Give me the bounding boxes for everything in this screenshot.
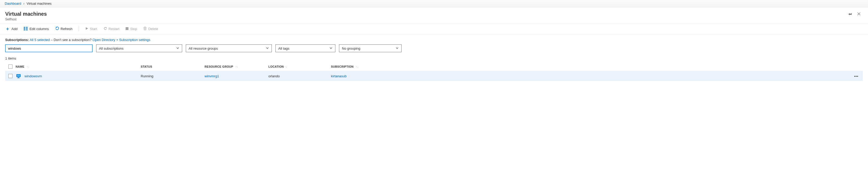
vm-name-link[interactable]: windowsvm [25,74,42,78]
sort-icon: ↑↓ [235,65,239,68]
search-input[interactable] [8,47,90,50]
resource-groups-dropdown[interactable]: All resource groups [186,44,272,52]
svg-rect-11 [18,77,19,78]
chevron-down-icon [176,47,179,50]
add-button[interactable]: ＋ Add [5,26,18,32]
page-subtitle: Selfhost [5,18,47,21]
page-title: Virtual machines [5,11,47,17]
svg-rect-8 [126,27,128,30]
open-directory-link[interactable]: Open Directory + Subscription settings [93,38,150,42]
stop-icon [126,27,128,31]
svg-rect-10 [17,75,20,77]
row-checkbox[interactable] [8,74,12,78]
sort-icon: ↑↓ [27,65,30,68]
toolbar: ＋ Add Edit columns Refresh Start Restart… [0,23,868,34]
start-button[interactable]: Start [85,27,97,31]
blade-header: Virtual machines Selfhost [0,7,868,23]
filter-bar: All subscriptions All resource groups Al… [0,44,868,55]
vm-rg-link[interactable]: winvmrg1 [205,74,219,78]
breadcrumb: Dashboard › Virtual machines [0,0,868,7]
tags-dropdown[interactable]: All tags [275,44,335,52]
breadcrumb-current: Virtual machines [27,2,52,5]
svg-rect-6 [26,28,28,29]
chevron-right-icon: › [24,2,25,5]
delete-button[interactable]: Delete [143,27,158,31]
refresh-icon [55,26,59,31]
chevron-down-icon [396,47,399,50]
search-input-wrapper[interactable] [5,44,93,52]
pin-icon[interactable] [848,12,852,17]
chevron-down-icon [266,47,269,50]
chevron-down-icon [330,47,333,50]
vm-status: Running [141,74,205,78]
item-count: 1 items [0,55,868,62]
vm-grid: NAME↑↓ STATUS RESOURCE GROUP↑↓ LOCATION↑… [0,62,868,81]
svg-rect-4 [24,29,25,30]
edit-columns-button[interactable]: Edit columns [24,27,49,31]
stop-button[interactable]: Stop [126,27,137,31]
breadcrumb-root-link[interactable]: Dashboard [5,2,21,5]
sort-icon: ↑↓ [284,65,287,68]
col-header-sub[interactable]: SUBSCRIPTION↑↓ [331,65,850,68]
col-header-rg[interactable]: RESOURCE GROUP↑↓ [205,65,269,68]
trash-icon [143,27,147,31]
subscriptions-selected-link[interactable]: All 5 selected [30,38,50,42]
svg-rect-7 [26,29,28,30]
svg-rect-3 [24,28,25,29]
svg-rect-5 [26,27,28,28]
row-menu-button[interactable]: ••• [850,74,863,78]
sort-icon: ↑↓ [356,65,359,68]
grid-header: NAME↑↓ STATUS RESOURCE GROUP↑↓ LOCATION↑… [5,62,863,71]
select-all-checkbox[interactable] [8,65,12,69]
restart-button[interactable]: Restart [103,27,120,31]
close-icon[interactable] [857,12,861,17]
table-row[interactable]: windowsvm Running winvmrg1 orlando kirta… [5,71,863,81]
svg-rect-2 [24,27,25,28]
play-icon [85,27,88,31]
subscriptions-dropdown[interactable]: All subscriptions [96,44,182,52]
vm-location: orlando [269,74,331,78]
subscriptions-hint: Subscriptions: All 5 selected – Don't se… [0,34,868,44]
col-header-loc[interactable]: LOCATION↑↓ [269,65,331,68]
col-header-status[interactable]: STATUS [141,65,205,68]
grouping-dropdown[interactable]: No grouping [339,44,402,52]
restart-icon [103,27,107,31]
subscriptions-label: Subscriptions: [5,38,29,42]
subscriptions-hint-text: – Don't see a subscription? [51,38,93,42]
refresh-button[interactable]: Refresh [55,26,73,31]
col-header-name[interactable]: NAME↑↓ [16,65,141,68]
columns-icon [24,27,28,31]
vm-icon [16,74,21,78]
plus-icon: ＋ [5,26,10,32]
svg-rect-12 [17,78,20,78]
vm-sub-link[interactable]: kirtanasub [331,74,347,78]
